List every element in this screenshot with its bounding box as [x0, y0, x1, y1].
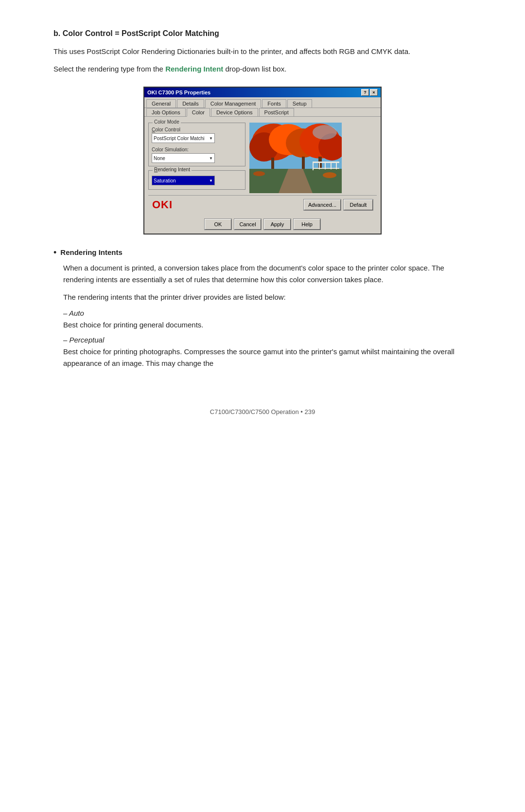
dialog-box: OKI C7300 PS Properties ? × General Deta…	[143, 87, 382, 235]
tab-general[interactable]: General	[146, 99, 176, 108]
rendering-intent-group: Rendering Intent Saturation ▼	[148, 170, 245, 190]
bullet-dot: •	[53, 248, 56, 260]
tab-device-options[interactable]: Device Options	[211, 108, 258, 116]
dialog-body: Color Mode Color Control PostScript Colo…	[144, 120, 381, 217]
bullet-para1: When a document is printed, a conversion…	[53, 262, 472, 286]
bullet-heading: Rendering Intents	[60, 248, 122, 256]
color-simulation-dropdown[interactable]: None ▼	[152, 153, 215, 163]
svg-rect-12	[313, 162, 339, 163]
close-titlebar-btn[interactable]: ×	[370, 89, 378, 96]
rendering-intent-value: Saturation	[154, 178, 176, 183]
color-sim-label-text: Color Simulation:	[152, 147, 189, 152]
sub-item-perceptual-label: – Perceptual	[63, 336, 472, 344]
ok-button[interactable]: OK	[205, 219, 231, 230]
color-simulation-label: Color Simulation:	[152, 147, 242, 152]
sub-item-auto: – Auto Best choice for printing general …	[63, 309, 472, 331]
help-button[interactable]: Help	[294, 219, 320, 230]
tab-setup[interactable]: Setup	[287, 99, 312, 108]
tab-job-options[interactable]: Job Options	[146, 108, 186, 116]
color-mode-group: Color Mode Color Control PostScript Colo…	[148, 123, 245, 166]
rendering-intent-dropdown[interactable]: Saturation ▼	[152, 176, 215, 185]
tab-color-management[interactable]: Color Management	[205, 99, 262, 108]
bullet-rendering-intents: • Rendering Intents	[53, 248, 472, 260]
dialog-inner-layout: Color Mode Color Control PostScript Colo…	[148, 123, 377, 193]
titlebar-buttons: ? ×	[361, 89, 378, 96]
svg-point-20	[323, 172, 336, 178]
color-mode-content: Color Control PostScript Color Matchi ▼ …	[152, 127, 242, 163]
default-button[interactable]: Default	[344, 199, 373, 210]
dialog-bottom-area: OKI Advanced... Default	[148, 195, 377, 213]
color-control-dropdown[interactable]: PostScript Color Matchi ▼	[152, 133, 215, 143]
tab-details[interactable]: Details	[177, 99, 204, 108]
section-heading: b. Color Control = PostScript Color Matc…	[53, 29, 472, 38]
dialog-title: OKI C7300 PS Properties	[147, 90, 210, 95]
tab-postscript[interactable]: PostScript	[259, 108, 294, 116]
dialog-bottom-buttons: Advanced... Default	[304, 199, 373, 210]
color-control-label: Color Control	[152, 127, 242, 132]
intro-para2-suffix: drop-down list box.	[223, 65, 286, 73]
color-control-label-rest: olor Control	[155, 127, 180, 132]
dialog-right-column	[249, 123, 377, 193]
svg-rect-18	[313, 168, 339, 169]
dialog-wrapper: OKI C7300 PS Properties ? × General Deta…	[53, 87, 472, 235]
rendering-intent-content: Saturation ▼	[152, 176, 242, 185]
apply-button[interactable]: Apply	[264, 219, 291, 230]
sub-item-perceptual-text: Best choice for printing photographs. Co…	[63, 346, 472, 369]
sub-item-auto-label: – Auto	[63, 309, 472, 317]
tab-color[interactable]: Color	[187, 108, 210, 117]
sub-item-auto-text: Best choice for printing general documen…	[63, 319, 472, 331]
rendering-intent-arrow: ▼	[209, 179, 213, 183]
tab-fonts[interactable]: Fonts	[262, 99, 286, 108]
svg-point-19	[253, 171, 265, 176]
intro-para1: This uses PostScript Color Rendering Dic…	[53, 46, 472, 57]
sub-item-perceptual: – Perceptual Best choice for printing ph…	[63, 336, 472, 369]
rendering-intent-label: Rendering Intent	[153, 167, 192, 172]
rendering-intent-link[interactable]: Rendering Intent	[165, 65, 223, 73]
tab-row-1: General Details Color Management Fonts S…	[144, 97, 381, 108]
bullet-section: • Rendering Intents When a document is p…	[53, 248, 472, 369]
color-simulation-arrow: ▼	[209, 156, 213, 161]
advanced-button[interactable]: Advanced...	[304, 199, 341, 210]
bullet-para2: The rendering intents that the printer d…	[53, 291, 472, 303]
tab-row-2: Job Options Color Device Options PostScr…	[144, 108, 381, 117]
help-titlebar-btn[interactable]: ?	[361, 89, 369, 96]
cancel-button[interactable]: Cancel	[234, 219, 261, 230]
color-control-arrow: ▼	[209, 136, 213, 141]
sub-list: – Auto Best choice for printing general …	[53, 309, 472, 369]
color-simulation-value: None	[154, 156, 165, 161]
oki-logo: OKI	[152, 198, 173, 211]
svg-point-21	[313, 125, 337, 140]
dialog-left-column: Color Mode Color Control PostScript Colo…	[148, 123, 245, 193]
intro-para2: Select the rendering type from the Rende…	[53, 63, 472, 75]
tree-photo-svg	[249, 123, 342, 193]
page-content: b. Color Control = PostScript Color Matc…	[53, 29, 472, 415]
dialog-titlebar: OKI C7300 PS Properties ? ×	[144, 88, 381, 97]
tree-photo	[249, 123, 342, 193]
color-mode-label: Color Mode	[153, 119, 181, 125]
color-control-value: PostScript Color Matchi	[154, 136, 204, 141]
page-footer: C7100/C7300/C7500 Operation • 239	[53, 398, 472, 415]
intro-para2-prefix: Select the rendering type from the	[53, 65, 165, 73]
dialog-action-buttons: OK Cancel Apply Help	[144, 217, 381, 234]
footer-text: C7100/C7300/C7500 Operation • 239	[210, 408, 315, 415]
svg-rect-13	[313, 162, 314, 170]
